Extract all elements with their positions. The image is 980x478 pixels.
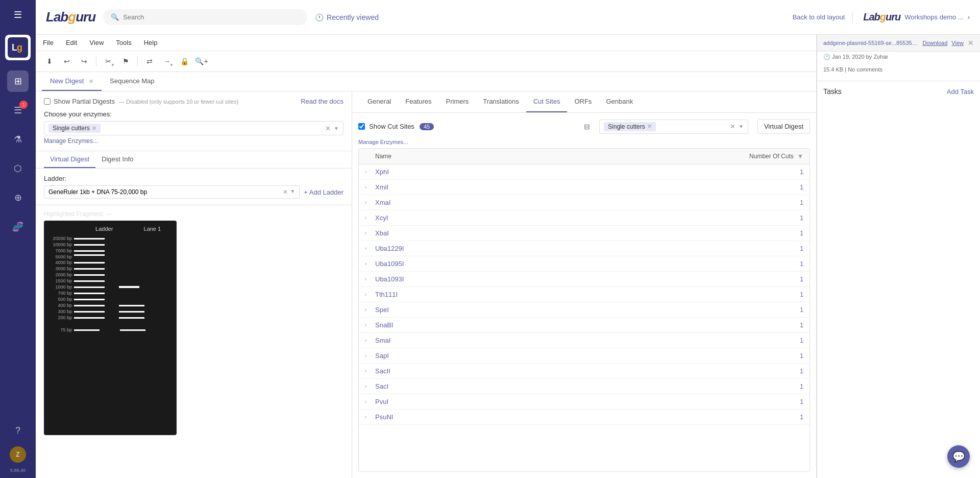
row-expand-icon[interactable]: › (365, 353, 375, 358)
download-link[interactable]: Download (922, 40, 947, 46)
row-expand-icon[interactable]: › (365, 368, 375, 374)
enzyme-dropdown-arrow-icon[interactable]: ▼ (334, 126, 339, 131)
row-expand-icon[interactable]: › (365, 261, 375, 267)
view-link[interactable]: View (951, 40, 964, 46)
enzyme-tag-close-icon[interactable]: ✕ (92, 125, 96, 132)
ladder-clear-icon[interactable]: ✕ (283, 188, 288, 196)
partial-digest-checkbox-label[interactable]: Show Partial Digests (44, 98, 115, 105)
row-expand-icon[interactable]: › (365, 200, 375, 205)
prop-tab-primers[interactable]: Primers (439, 91, 476, 112)
ladder-select[interactable]: GeneRuler 1kb + DNA 75-20,000 bp ✕ ▼ (44, 185, 300, 199)
download-button[interactable]: ⬇ (42, 54, 57, 68)
row-expand-icon[interactable]: › (365, 399, 375, 404)
table-row[interactable]: › XmaI 1 (359, 195, 810, 210)
virtual-digest-button[interactable]: Virtual Digest (757, 119, 810, 134)
prop-tab-general[interactable]: General (360, 91, 398, 112)
table-row[interactable]: › PsuNI 1 (359, 410, 810, 425)
row-expand-icon[interactable]: › (365, 292, 375, 297)
sidebar-item-home[interactable]: ⊞ (7, 70, 29, 92)
tab-new-digest[interactable]: New Digest ✕ (42, 72, 102, 91)
filter-clear-icon[interactable]: ✕ (730, 123, 736, 130)
arrow-button[interactable]: → ▼ (159, 54, 175, 68)
row-expand-icon[interactable]: › (365, 215, 375, 221)
enzyme-selector[interactable]: Single cutters ✕ ✕ ▼ (44, 121, 344, 135)
filter-icon[interactable]: ⊟ (584, 123, 590, 131)
sidebar-item-experiments[interactable]: ⚗ (7, 129, 29, 150)
sort-icon[interactable]: ▼ (797, 153, 803, 160)
scissors-button[interactable]: ✂ ▼ (101, 54, 116, 68)
sub-tab-digest-info[interactable]: Digest Info (95, 151, 139, 168)
clear-enzyme-icon[interactable]: ✕ (325, 125, 331, 132)
table-row[interactable]: › PvuI 1 (359, 394, 810, 410)
swap-button[interactable]: ⇄ (142, 54, 157, 68)
table-row[interactable]: › SapI 1 (359, 348, 810, 364)
table-row[interactable]: › SacII 1 (359, 364, 810, 379)
manage-enzymes-bottom-link[interactable]: Manage Enzymes... (358, 139, 810, 145)
add-ladder-link[interactable]: + Add Ladder (304, 188, 344, 196)
partial-digest-checkbox[interactable] (44, 98, 51, 105)
row-expand-icon[interactable]: › (365, 230, 375, 236)
undo-button[interactable]: ↩ (59, 54, 75, 68)
menu-edit[interactable]: Edit (65, 39, 78, 46)
menu-help[interactable]: Help (143, 39, 159, 46)
table-row[interactable]: › Tth111I 1 (359, 287, 810, 302)
column-header-cuts[interactable]: Number Of Cuts ▼ (742, 153, 803, 160)
read-docs-link[interactable]: Read the docs (301, 98, 344, 105)
row-expand-icon[interactable]: › (365, 322, 375, 328)
redo-button[interactable]: ↪ (77, 54, 92, 68)
search-input[interactable] (123, 13, 300, 21)
row-expand-icon[interactable]: › (365, 246, 375, 251)
table-row[interactable]: › SpeI 1 (359, 302, 810, 318)
show-cut-sites-checkbox-label[interactable]: Show Cut Sites (358, 123, 414, 130)
row-expand-icon[interactable]: › (365, 276, 375, 282)
add-task-link[interactable]: Add Task (947, 88, 974, 95)
row-expand-icon[interactable]: › (365, 169, 375, 175)
sidebar-item-location[interactable]: ⊕ (7, 187, 29, 208)
ladder-dropdown-arrow-icon[interactable]: ▼ (290, 188, 295, 196)
table-row[interactable]: › XmiI 1 (359, 180, 810, 195)
hamburger-menu-icon[interactable]: ☰ (10, 5, 26, 25)
table-row[interactable]: › SacI 1 (359, 379, 810, 394)
table-row[interactable]: › XcyI 1 (359, 210, 810, 226)
chat-bubble[interactable]: 💬 (947, 445, 970, 468)
prop-tab-genbank[interactable]: Genbank (599, 91, 640, 112)
search-box[interactable]: 🔍 (103, 9, 307, 25)
table-row[interactable]: › XphI 1 (359, 164, 810, 180)
lock-button[interactable]: 🔒 (177, 54, 192, 68)
filter-dropdown-arrow-icon[interactable]: ▼ (739, 124, 744, 129)
recently-viewed-button[interactable]: 🕐 Recently viewed (315, 13, 379, 21)
table-row[interactable]: › Uba1229I 1 (359, 241, 810, 256)
sidebar-item-dna[interactable]: 🧬 (7, 216, 29, 237)
row-expand-icon[interactable]: › (365, 414, 375, 420)
sub-tab-virtual-digest[interactable]: Virtual Digest (44, 151, 95, 168)
row-expand-icon[interactable]: › (365, 307, 375, 313)
avatar[interactable]: Z (10, 446, 26, 463)
info-close-icon[interactable]: ✕ (968, 39, 974, 47)
sidebar-item-help[interactable]: ? (7, 420, 29, 441)
back-old-layout-link[interactable]: Back to old layout (793, 13, 845, 21)
sidebar-item-list[interactable]: ☰ 1 (7, 100, 29, 121)
new-digest-close-icon[interactable]: ✕ (89, 78, 93, 84)
table-row[interactable]: › Uba1093I 1 (359, 272, 810, 287)
table-row[interactable]: › Uba1095I 1 (359, 256, 810, 272)
table-row[interactable]: › SnaBI 1 (359, 318, 810, 333)
show-cut-sites-checkbox[interactable] (358, 123, 365, 130)
sidebar-item-network[interactable]: ⬡ (7, 158, 29, 179)
flag-button[interactable]: ⚑ (118, 54, 133, 68)
filter-enzyme-close-icon[interactable]: ✕ (647, 123, 652, 130)
tab-sequence-map[interactable]: Sequence Map (102, 72, 162, 91)
row-expand-icon[interactable]: › (365, 338, 375, 343)
prop-tab-cut-sites[interactable]: Cut Sites (526, 91, 568, 112)
prop-tab-orfs[interactable]: ORFs (567, 91, 599, 112)
manage-enzymes-link[interactable]: Manage Enzymes... (44, 137, 344, 145)
menu-tools[interactable]: Tools (115, 39, 132, 46)
table-row[interactable]: › SmaI 1 (359, 333, 810, 348)
search-plus-button[interactable]: 🔍+ (194, 54, 209, 68)
table-row[interactable]: › XbaI 1 (359, 226, 810, 241)
menu-file[interactable]: File (42, 39, 55, 46)
workshops-demo-label[interactable]: Workshops demo ... (904, 13, 963, 21)
prop-tab-translations[interactable]: Translations (476, 91, 526, 112)
prop-tab-features[interactable]: Features (398, 91, 438, 112)
row-expand-icon[interactable]: › (365, 184, 375, 190)
row-expand-icon[interactable]: › (365, 384, 375, 389)
